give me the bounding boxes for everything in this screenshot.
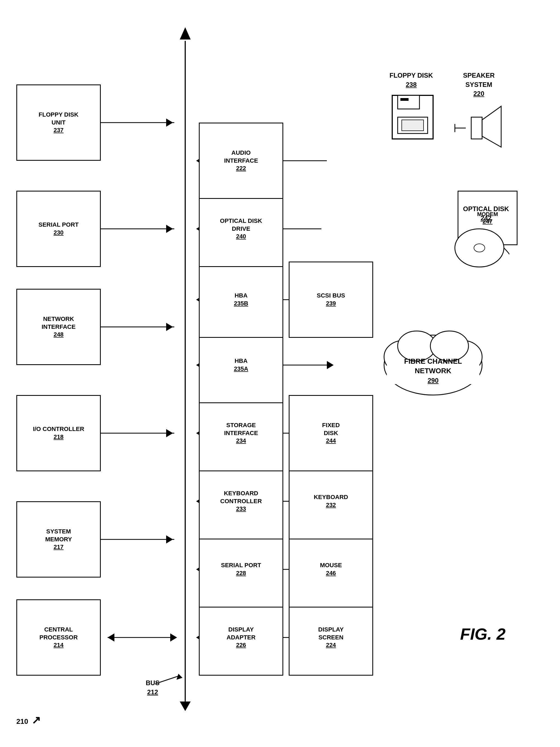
- svg-rect-75: [398, 95, 420, 109]
- keyboard-box: KEYBOARD 232: [289, 463, 373, 539]
- io-controller-box: I/O CONTROLLER 218: [16, 395, 101, 471]
- display-adapter-box: DISPLAYADAPTER 226: [199, 599, 283, 676]
- scsi-bus-box: SCSI BUS 239: [289, 261, 373, 338]
- svg-marker-80: [482, 106, 501, 147]
- svg-marker-63: [166, 323, 173, 331]
- audio-interface-box: AUDIOINTERFACE 222: [199, 123, 283, 199]
- storage-interface-box: STORAGEINTERFACE 234: [199, 395, 283, 471]
- scsi-bus-label: SCSI BUS: [317, 292, 345, 300]
- floppy-disk-unit-label: FLOPPY DISKUNIT: [39, 111, 78, 126]
- display-screen-label: DISPLAYSCREEN: [318, 626, 344, 641]
- floppy-disk-label-top: FLOPPY DISK238: [390, 71, 433, 89]
- svg-point-84: [474, 244, 485, 252]
- floppy-disk-icon: [387, 90, 441, 145]
- speaker-system-label: SPEAKERSYSTEM220: [463, 71, 495, 98]
- optical-disk-drive-num: 240: [236, 233, 246, 240]
- svg-marker-72: [166, 119, 173, 127]
- hba-235a-label: HBA235A: [234, 357, 248, 373]
- figure-label: FIG. 2: [460, 625, 506, 643]
- keyboard-controller-num: 233: [236, 505, 246, 513]
- central-processor-label: CENTRALPROCESSOR: [39, 626, 78, 641]
- floppy-disk-unit-box: FLOPPY DISKUNIT 237: [16, 84, 101, 161]
- svg-text:NETWORK: NETWORK: [415, 367, 452, 375]
- keyboard-controller-box: KEYBOARDCONTROLLER 233: [199, 463, 283, 539]
- storage-interface-label: STORAGEINTERFACE: [224, 421, 258, 437]
- display-adapter-label: DISPLAYADAPTER: [226, 626, 256, 641]
- svg-marker-66: [166, 225, 173, 233]
- audio-interface-num: 222: [236, 164, 246, 173]
- svg-text:290: 290: [428, 377, 438, 384]
- svg-point-90: [430, 331, 469, 361]
- fixed-disk-box: FIXEDDISK 244: [289, 395, 373, 471]
- network-interface-label: NETWORKINTERFACE: [42, 315, 76, 331]
- fixed-disk-num: 244: [326, 437, 336, 445]
- fixed-disk-label: FIXEDDISK: [322, 421, 340, 437]
- speaker-icon: [449, 101, 512, 155]
- svg-marker-9: [177, 674, 183, 680]
- optical-disk-label: OPTICAL DISK242: [463, 204, 509, 223]
- diagram: 210 ↗ FIG. 2 CENTRALPROCESSOR 214 BUS212…: [0, 0, 560, 747]
- optical-disk-drive-label: OPTICAL DISKDRIVE: [220, 217, 262, 233]
- system-memory-num: 217: [54, 543, 64, 551]
- svg-text:FIBRE CHANNEL: FIBRE CHANNEL: [404, 357, 462, 365]
- keyboard-controller-label: KEYBOARDCONTROLLER: [220, 490, 262, 505]
- io-controller-label: I/O CONTROLLER: [33, 425, 84, 433]
- storage-interface-num: 234: [236, 437, 246, 445]
- io-controller-num: 218: [54, 433, 64, 441]
- fibre-channel-network-cloud: FIBRE CHANNEL NETWORK 290: [376, 321, 490, 410]
- svg-marker-39: [327, 361, 334, 369]
- serial-port-230-box: SERIAL PORT 230: [16, 191, 101, 267]
- hba-235b-box: HBA235B: [199, 261, 283, 338]
- central-processor-num: 214: [54, 641, 64, 649]
- keyboard-num: 232: [326, 501, 336, 509]
- serial-port-228-num: 228: [236, 569, 246, 577]
- mouse-label: MOUSE: [320, 562, 342, 569]
- hba-235b-label: HBA235B: [234, 292, 248, 307]
- floppy-disk-unit-num: 237: [54, 126, 64, 134]
- svg-rect-76: [400, 98, 408, 101]
- display-screen-box: DISPLAYSCREEN 224: [289, 599, 373, 676]
- svg-marker-57: [166, 535, 173, 543]
- central-processor-box: CENTRALPROCESSOR 214: [16, 599, 101, 676]
- system-memory-box: SYSTEMMEMORY 217: [16, 501, 101, 577]
- network-interface-num: 248: [54, 331, 64, 339]
- display-adapter-num: 226: [236, 641, 246, 649]
- svg-marker-3: [180, 27, 191, 40]
- optical-disk-drive-box: OPTICAL DISKDRIVE 240: [199, 191, 283, 267]
- serial-port-228-box: SERIAL PORT 228: [199, 531, 283, 608]
- bus-label: BUS212: [146, 678, 160, 697]
- network-interface-box: NETWORKINTERFACE 248: [16, 289, 101, 365]
- mouse-num: 246: [326, 569, 336, 577]
- serial-port-230-num: 230: [54, 229, 64, 237]
- svg-rect-79: [471, 117, 482, 139]
- system-memory-label: SYSTEMMEMORY: [45, 528, 72, 543]
- svg-marker-7: [170, 634, 177, 642]
- hba-235a-box: HBA235A: [199, 327, 283, 403]
- serial-port-228-label: SERIAL PORT: [221, 562, 261, 569]
- scsi-bus-num: 239: [326, 300, 336, 308]
- keyboard-label: KEYBOARD: [314, 493, 348, 501]
- serial-port-230-label: SERIAL PORT: [38, 221, 79, 229]
- svg-marker-6: [108, 634, 114, 642]
- display-screen-num: 224: [326, 641, 336, 649]
- optical-disk-icon: [449, 224, 509, 273]
- audio-interface-label: AUDIOINTERFACE: [224, 149, 258, 164]
- system-number-label: 210 ↗: [16, 714, 41, 726]
- svg-marker-4: [180, 701, 191, 711]
- svg-rect-78: [402, 120, 424, 131]
- svg-marker-60: [166, 429, 173, 437]
- mouse-box: MOUSE 246: [289, 531, 373, 608]
